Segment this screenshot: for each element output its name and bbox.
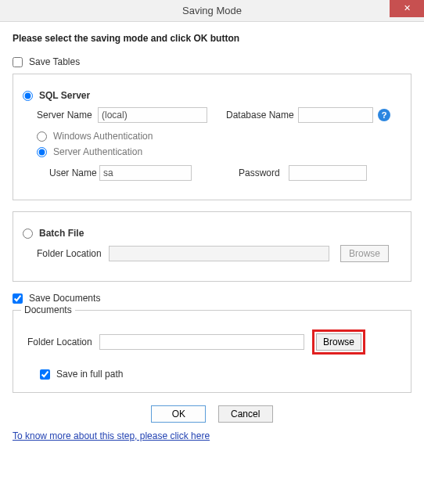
save-full-path-label: Save in full path xyxy=(56,369,123,380)
help-icon[interactable]: ? xyxy=(378,109,390,121)
sql-server-radio-row: SQL Server xyxy=(23,90,401,101)
server-name-input[interactable] xyxy=(98,107,207,123)
server-auth-radio[interactable] xyxy=(37,147,47,157)
save-tables-checkbox[interactable] xyxy=(13,57,23,67)
tables-options-group: SQL Server Server Name Database Name ? W… xyxy=(13,74,411,200)
title-bar: Saving Mode ✕ xyxy=(0,0,424,22)
password-label: Password xyxy=(239,167,289,178)
sql-server-radio[interactable] xyxy=(23,91,33,101)
cancel-button[interactable]: Cancel xyxy=(218,405,273,423)
batch-browse-button: Browse xyxy=(340,245,389,262)
dialog-content: Please select the saving mode and click … xyxy=(0,22,424,449)
documents-folder-row: Folder Location Browse xyxy=(23,329,401,355)
documents-folder-label: Folder Location xyxy=(27,337,99,347)
documents-folder-input[interactable] xyxy=(99,334,304,350)
batch-folder-input xyxy=(109,246,329,261)
sql-server-panel: Server Name Database Name ? Windows Auth… xyxy=(23,107,401,181)
window-title: Saving Mode xyxy=(182,5,242,16)
save-full-path-checkbox[interactable] xyxy=(40,369,50,380)
server-auth-row: Server Authentication xyxy=(37,146,401,157)
documents-group: Documents Folder Location Browse Save in… xyxy=(13,310,411,393)
save-documents-row: Save Documents xyxy=(13,293,411,304)
server-auth-label: Server Authentication xyxy=(53,146,142,157)
password-input[interactable] xyxy=(289,165,367,181)
username-label: User Name xyxy=(49,167,99,178)
save-documents-checkbox[interactable] xyxy=(13,293,23,304)
save-tables-label: Save Tables xyxy=(29,56,80,67)
save-documents-label: Save Documents xyxy=(29,293,100,304)
close-icon: ✕ xyxy=(404,3,411,13)
batch-folder-label: Folder Location xyxy=(37,248,109,259)
help-link[interactable]: To know more about this step, please cli… xyxy=(13,430,210,441)
help-link-row: To know more about this step, please cli… xyxy=(13,430,411,441)
instruction-heading: Please select the saving mode and click … xyxy=(13,33,411,44)
database-name-label: Database Name xyxy=(226,110,298,121)
save-full-path-row: Save in full path xyxy=(40,369,401,380)
close-button[interactable]: ✕ xyxy=(390,0,424,17)
windows-auth-radio[interactable] xyxy=(37,131,47,142)
credentials-row: User Name Password xyxy=(37,165,401,181)
server-name-label: Server Name xyxy=(37,110,98,121)
username-input[interactable] xyxy=(99,165,192,181)
save-tables-row: Save Tables xyxy=(13,56,411,67)
server-db-row: Server Name Database Name ? xyxy=(37,107,401,123)
batch-file-radio-row: Batch File xyxy=(23,228,401,239)
browse-highlight: Browse xyxy=(312,329,365,355)
sql-server-radio-label: SQL Server xyxy=(39,90,90,101)
windows-auth-row: Windows Authentication xyxy=(37,131,401,142)
batch-folder-row: Folder Location Browse xyxy=(23,245,401,262)
footer-buttons: OK Cancel xyxy=(13,405,411,423)
documents-legend: Documents xyxy=(21,304,75,315)
batch-file-group: Batch File Folder Location Browse xyxy=(13,211,411,282)
database-name-input[interactable] xyxy=(298,107,373,123)
windows-auth-label: Windows Authentication xyxy=(53,131,153,142)
ok-button[interactable]: OK xyxy=(151,405,206,423)
batch-file-radio-label: Batch File xyxy=(39,228,84,239)
documents-browse-button[interactable]: Browse xyxy=(316,333,361,351)
batch-file-radio[interactable] xyxy=(23,229,33,239)
